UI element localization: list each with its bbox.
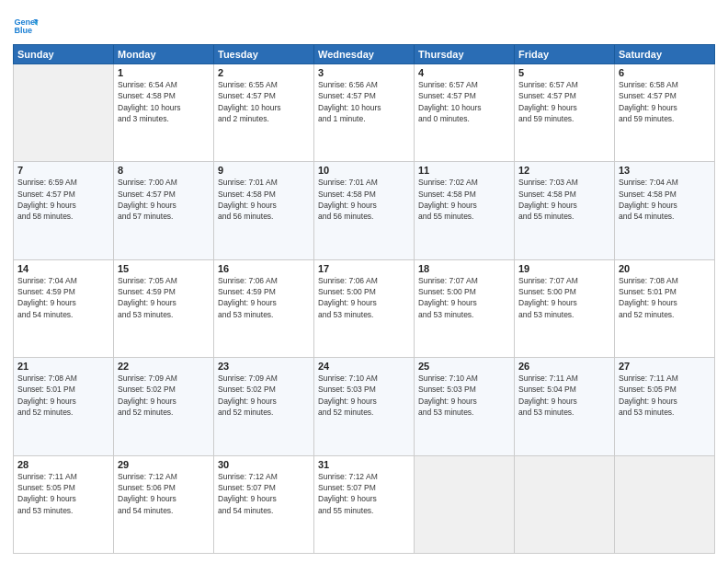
day-cell: 17Sunrise: 7:06 AM Sunset: 5:00 PM Dayli… — [314, 259, 415, 357]
day-number: 19 — [518, 263, 610, 274]
day-cell: 7Sunrise: 6:59 AM Sunset: 4:57 PM Daylig… — [14, 162, 114, 259]
day-number: 3 — [318, 67, 410, 78]
day-info: Sunrise: 7:09 AM Sunset: 5:02 PM Dayligh… — [118, 373, 210, 418]
day-info: Sunrise: 6:56 AM Sunset: 4:57 PM Dayligh… — [318, 79, 410, 124]
day-number: 31 — [318, 459, 410, 470]
day-info: Sunrise: 7:11 AM Sunset: 5:05 PM Dayligh… — [17, 471, 109, 516]
logo: General Blue — [13, 13, 42, 39]
day-info: Sunrise: 6:57 AM Sunset: 4:57 PM Dayligh… — [518, 79, 610, 124]
day-info: Sunrise: 6:55 AM Sunset: 4:57 PM Dayligh… — [218, 79, 310, 124]
day-info: Sunrise: 6:57 AM Sunset: 4:57 PM Dayligh… — [418, 79, 510, 124]
day-number: 9 — [218, 165, 310, 176]
day-cell: 1Sunrise: 6:54 AM Sunset: 4:58 PM Daylig… — [114, 64, 214, 162]
day-info: Sunrise: 7:06 AM Sunset: 5:00 PM Dayligh… — [318, 275, 410, 320]
day-info: Sunrise: 7:11 AM Sunset: 5:04 PM Dayligh… — [518, 373, 610, 418]
day-info: Sunrise: 7:07 AM Sunset: 5:00 PM Dayligh… — [418, 275, 510, 320]
day-cell: 15Sunrise: 7:05 AM Sunset: 4:59 PM Dayli… — [114, 259, 214, 357]
day-info: Sunrise: 7:12 AM Sunset: 5:07 PM Dayligh… — [218, 471, 310, 516]
day-info: Sunrise: 7:03 AM Sunset: 4:58 PM Dayligh… — [518, 177, 610, 222]
day-number: 22 — [118, 361, 210, 372]
day-cell: 3Sunrise: 6:56 AM Sunset: 4:57 PM Daylig… — [314, 64, 415, 162]
day-cell — [615, 455, 715, 553]
day-cell: 9Sunrise: 7:01 AM Sunset: 4:58 PM Daylig… — [214, 162, 314, 259]
day-cell: 5Sunrise: 6:57 AM Sunset: 4:57 PM Daylig… — [515, 64, 615, 162]
day-cell: 6Sunrise: 6:58 AM Sunset: 4:57 PM Daylig… — [615, 64, 715, 162]
day-cell: 8Sunrise: 7:00 AM Sunset: 4:57 PM Daylig… — [114, 162, 214, 259]
day-number: 14 — [17, 263, 109, 274]
day-number: 21 — [17, 361, 109, 372]
day-info: Sunrise: 7:05 AM Sunset: 4:59 PM Dayligh… — [118, 275, 210, 320]
day-number: 12 — [518, 165, 610, 176]
day-number: 26 — [518, 361, 610, 372]
day-info: Sunrise: 7:02 AM Sunset: 4:58 PM Dayligh… — [418, 177, 510, 222]
day-cell: 19Sunrise: 7:07 AM Sunset: 5:00 PM Dayli… — [515, 259, 615, 357]
day-cell: 21Sunrise: 7:08 AM Sunset: 5:01 PM Dayli… — [14, 358, 114, 455]
logo-icon: General Blue — [13, 13, 39, 39]
day-number: 8 — [118, 165, 210, 176]
day-info: Sunrise: 7:07 AM Sunset: 5:00 PM Dayligh… — [518, 275, 610, 320]
weekday-header-monday: Monday — [114, 45, 214, 64]
day-cell: 18Sunrise: 7:07 AM Sunset: 5:00 PM Dayli… — [415, 259, 515, 357]
day-number: 23 — [218, 361, 310, 372]
day-number: 5 — [518, 67, 610, 78]
day-cell: 31Sunrise: 7:12 AM Sunset: 5:07 PM Dayli… — [314, 455, 415, 553]
day-info: Sunrise: 6:54 AM Sunset: 4:58 PM Dayligh… — [118, 79, 210, 124]
day-info: Sunrise: 7:04 AM Sunset: 4:58 PM Dayligh… — [619, 177, 711, 222]
day-cell: 11Sunrise: 7:02 AM Sunset: 4:58 PM Dayli… — [415, 162, 515, 259]
day-number: 27 — [619, 361, 711, 372]
day-number: 7 — [17, 165, 109, 176]
day-number: 11 — [418, 165, 510, 176]
day-info: Sunrise: 7:00 AM Sunset: 4:57 PM Dayligh… — [118, 177, 210, 222]
day-cell: 28Sunrise: 7:11 AM Sunset: 5:05 PM Dayli… — [14, 455, 114, 553]
day-number: 10 — [318, 165, 410, 176]
day-cell: 25Sunrise: 7:10 AM Sunset: 5:03 PM Dayli… — [415, 358, 515, 455]
weekday-header-sunday: Sunday — [14, 45, 114, 64]
day-cell: 29Sunrise: 7:12 AM Sunset: 5:06 PM Dayli… — [114, 455, 214, 553]
day-info: Sunrise: 7:08 AM Sunset: 5:01 PM Dayligh… — [619, 275, 711, 320]
day-cell — [515, 455, 615, 553]
svg-text:Blue: Blue — [14, 26, 32, 35]
weekday-header-saturday: Saturday — [615, 45, 715, 64]
day-number: 24 — [318, 361, 410, 372]
day-info: Sunrise: 6:59 AM Sunset: 4:57 PM Dayligh… — [17, 177, 109, 222]
day-cell: 22Sunrise: 7:09 AM Sunset: 5:02 PM Dayli… — [114, 358, 214, 455]
day-info: Sunrise: 7:10 AM Sunset: 5:03 PM Dayligh… — [418, 373, 510, 418]
calendar-page: General Blue SundayMondayTuesdayWednesda… — [0, 0, 728, 563]
day-number: 17 — [318, 263, 410, 274]
calendar-table: SundayMondayTuesdayWednesdayThursdayFrid… — [13, 44, 715, 554]
day-cell: 27Sunrise: 7:11 AM Sunset: 5:05 PM Dayli… — [615, 358, 715, 455]
day-cell: 16Sunrise: 7:06 AM Sunset: 4:59 PM Dayli… — [214, 259, 314, 357]
day-cell: 10Sunrise: 7:01 AM Sunset: 4:58 PM Dayli… — [314, 162, 415, 259]
weekday-header-friday: Friday — [515, 45, 615, 64]
day-cell: 2Sunrise: 6:55 AM Sunset: 4:57 PM Daylig… — [214, 64, 314, 162]
day-number: 28 — [17, 459, 109, 470]
day-info: Sunrise: 7:10 AM Sunset: 5:03 PM Dayligh… — [318, 373, 410, 418]
day-cell: 14Sunrise: 7:04 AM Sunset: 4:59 PM Dayli… — [14, 259, 114, 357]
day-number: 4 — [418, 67, 510, 78]
weekday-header-tuesday: Tuesday — [214, 45, 314, 64]
day-number: 13 — [619, 165, 711, 176]
weekday-header-row: SundayMondayTuesdayWednesdayThursdayFrid… — [14, 45, 715, 64]
day-cell: 12Sunrise: 7:03 AM Sunset: 4:58 PM Dayli… — [515, 162, 615, 259]
day-cell: 23Sunrise: 7:09 AM Sunset: 5:02 PM Dayli… — [214, 358, 314, 455]
week-row-5: 28Sunrise: 7:11 AM Sunset: 5:05 PM Dayli… — [14, 455, 715, 553]
day-info: Sunrise: 7:12 AM Sunset: 5:06 PM Dayligh… — [118, 471, 210, 516]
day-number: 29 — [118, 459, 210, 470]
week-row-4: 21Sunrise: 7:08 AM Sunset: 5:01 PM Dayli… — [14, 358, 715, 455]
day-info: Sunrise: 7:04 AM Sunset: 4:59 PM Dayligh… — [17, 275, 109, 320]
day-cell: 30Sunrise: 7:12 AM Sunset: 5:07 PM Dayli… — [214, 455, 314, 553]
week-row-3: 14Sunrise: 7:04 AM Sunset: 4:59 PM Dayli… — [14, 259, 715, 357]
day-cell: 20Sunrise: 7:08 AM Sunset: 5:01 PM Dayli… — [615, 259, 715, 357]
day-cell — [14, 64, 114, 162]
day-number: 2 — [218, 67, 310, 78]
day-number: 18 — [418, 263, 510, 274]
day-info: Sunrise: 6:58 AM Sunset: 4:57 PM Dayligh… — [619, 79, 711, 124]
weekday-header-thursday: Thursday — [415, 45, 515, 64]
day-info: Sunrise: 7:01 AM Sunset: 4:58 PM Dayligh… — [218, 177, 310, 222]
day-number: 16 — [218, 263, 310, 274]
day-info: Sunrise: 7:09 AM Sunset: 5:02 PM Dayligh… — [218, 373, 310, 418]
day-cell — [415, 455, 515, 553]
header: General Blue — [13, 9, 715, 39]
day-number: 30 — [218, 459, 310, 470]
day-info: Sunrise: 7:11 AM Sunset: 5:05 PM Dayligh… — [619, 373, 711, 418]
